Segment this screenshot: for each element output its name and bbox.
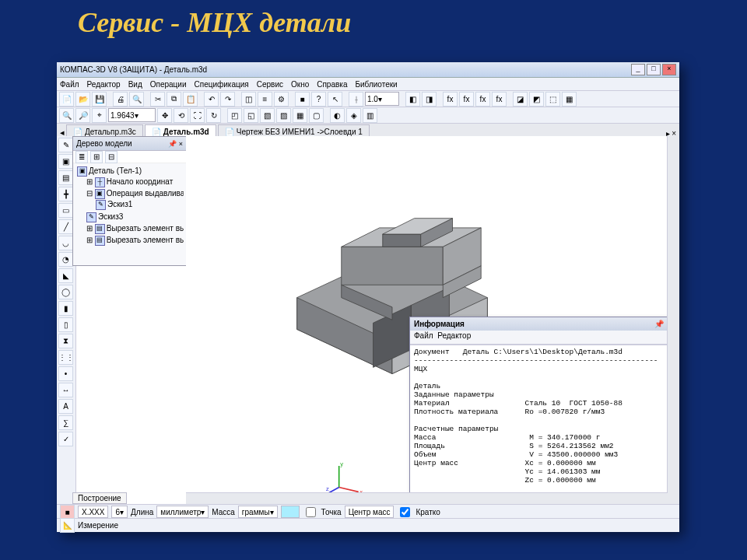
tree-btn1-icon[interactable]: ≣ [75,151,88,163]
box-icon[interactable]: ◫ [241,92,256,107]
fx2-icon[interactable]: fx [459,92,474,107]
strip-rib-icon[interactable]: ▮ [58,301,73,316]
layers-icon[interactable]: ≡ [258,92,272,107]
info-menu-edit[interactable]: Редактор [437,331,471,340]
format-field[interactable]: X.XXX [78,506,108,518]
length-unit[interactable]: миллиметр ▾ [156,506,209,518]
tree-root[interactable]: Деталь (Тел-1) [89,166,142,175]
tree-sketch1[interactable]: Эскиз1 [107,200,132,208]
3d-viewport[interactable]: x y z Информация📌 × Файл Редактор [186,136,679,505]
strip-hole-icon[interactable]: ◯ [58,285,73,299]
strip-dim-icon[interactable]: ↔ [58,383,73,397]
pan-icon[interactable]: ✥ [157,108,172,123]
menu-operations[interactable]: Операции [150,80,187,89]
stop-icon[interactable]: ■ [295,92,310,107]
zoomarea-icon[interactable]: ⌖ [92,108,107,123]
centermass-button[interactable]: Центр масс [345,506,395,518]
perspect-icon[interactable]: ◧ [405,92,420,107]
strip-array-icon[interactable]: ⋮⋮ [58,350,73,365]
mass-unit[interactable]: граммы ▾ [238,506,278,518]
cut-icon[interactable]: ✂ [150,92,165,107]
strip-point-icon[interactable]: • [58,366,73,381]
props-icon[interactable]: ⚙ [274,92,289,107]
menu-edit[interactable]: Редактор [87,80,121,89]
fit-icon[interactable]: ⛶ [190,108,205,123]
stop-icon[interactable]: ■ [60,505,75,520]
fx3-icon[interactable]: fx [475,92,490,107]
strip-check-icon[interactable]: ✓ [58,432,73,446]
ruler-icon[interactable]: ⟊ [349,92,363,107]
ex3-icon[interactable]: ⬚ [545,92,560,107]
strip-arc-icon[interactable]: ◡ [58,236,73,250]
pointer-icon[interactable]: ↖ [328,92,342,107]
brief-check[interactable] [400,507,410,517]
menu-libraries[interactable]: Библиотеки [355,80,397,89]
tree-cut2[interactable]: Вырезать элемент выдав [107,236,184,244]
tree-cut1[interactable]: Вырезать элемент выдав [107,224,184,233]
strip-shell-icon[interactable]: ▯ [58,317,73,332]
print-icon[interactable]: 🖨 [113,92,128,107]
zoomout-icon[interactable]: 🔎 [75,108,90,123]
strip-chamfer-icon[interactable]: ◣ [58,268,73,283]
model-tree[interactable]: ▣Деталь (Тел-1) ⊞ ┼Начало координат ⊟ ▣О… [73,163,186,250]
precision-field[interactable]: 6 ▾ [111,506,128,518]
tree-origin[interactable]: Начало координат [107,177,173,186]
view2-icon[interactable]: ◱ [244,108,258,123]
strip-sketch-icon[interactable]: ✎ [58,138,73,152]
render1-icon[interactable]: ▧ [260,108,275,123]
render3-icon[interactable]: ▦ [293,108,307,123]
maximize-button[interactable]: □ [647,64,661,75]
redo-icon[interactable]: ↷ [220,92,235,107]
info-pin-icon[interactable]: 📌 [654,320,664,328]
measure-tab[interactable]: Измерение [78,521,118,530]
tree-btn3-icon[interactable]: ⊟ [105,151,117,163]
strip-line-icon[interactable]: ╱ [58,219,73,234]
strip-cut-icon[interactable]: ▤ [58,170,73,185]
color-swatch[interactable] [281,506,300,518]
save-icon[interactable]: 💾 [92,92,107,107]
fx4-icon[interactable]: fx [492,92,507,107]
close-button[interactable]: × [662,64,676,75]
strip-text-icon[interactable]: A [58,399,73,414]
menu-view[interactable]: Вид [128,80,142,89]
paste-icon[interactable]: 📋 [183,92,198,107]
menu-service[interactable]: Сервис [257,80,283,89]
ex1-icon[interactable]: ◪ [513,92,528,107]
strip-extrude-icon[interactable]: ▣ [58,154,73,169]
render2-icon[interactable]: ▨ [276,108,291,123]
grad-icon[interactable]: ▥ [363,108,377,123]
info-menu-file[interactable]: Файл [414,331,433,340]
menu-help[interactable]: Справка [317,80,347,89]
open-icon[interactable]: 📂 [75,92,90,107]
help-icon[interactable]: ? [311,92,326,107]
menu-file[interactable]: Файл [60,80,79,89]
new-icon[interactable]: 📄 [59,92,74,107]
preview-icon[interactable]: 🔍 [129,92,144,107]
scale-combo[interactable]: 1.9643 ▾ [108,108,156,122]
menu-window[interactable]: Окно [291,80,309,89]
shade-icon[interactable]: ◐ [330,108,345,123]
undo-icon[interactable]: ↶ [204,92,219,107]
tool-icon[interactable]: ◨ [422,92,437,107]
strip-axis-icon[interactable]: ╋ [58,187,73,201]
strip-mirror-icon[interactable]: ⧗ [58,334,73,348]
fx1-icon[interactable]: fx [443,92,458,107]
copy-icon[interactable]: ⧉ [167,92,181,107]
wireframe-icon[interactable]: ▢ [309,108,324,123]
point-check[interactable] [306,507,316,517]
iso-icon[interactable]: ◈ [346,108,361,123]
strip-fillet-icon[interactable]: ◔ [58,252,73,267]
menu-specification[interactable]: Спецификация [195,80,249,89]
refresh-icon[interactable]: ↻ [206,108,221,123]
view1-icon[interactable]: ◰ [227,108,242,123]
pin-icon[interactable]: 📌 × [168,140,183,148]
ex4-icon[interactable]: ▦ [562,92,577,107]
rotate-icon[interactable]: ⟲ [174,108,188,123]
tree-sketch3[interactable]: Эскиз3 [98,212,123,221]
hscrollbar[interactable] [186,492,668,505]
info-text[interactable] [410,345,675,496]
build-tab[interactable]: Построение [72,492,127,505]
zoomin-icon[interactable]: 🔍 [59,108,74,123]
tree-btn2-icon[interactable]: ⊞ [90,151,103,163]
zoom-combo[interactable]: 1.0 ▾ [365,92,399,106]
